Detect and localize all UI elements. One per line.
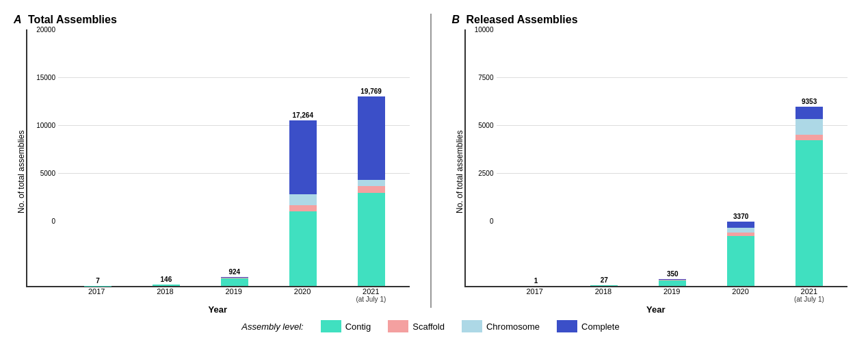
bar-segment-chromosome	[795, 119, 823, 134]
legend-prefix: Assembly level:	[241, 321, 303, 332]
chart-b-x-labels: 20172018201920202021(at July 1)	[464, 287, 848, 303]
chart-b-area: No. of total assemblies 1000075005000250…	[452, 29, 848, 315]
bar-segment-chromosome	[727, 228, 754, 233]
bar-group: 7	[66, 277, 129, 286]
x-label-group: 2019	[640, 287, 703, 303]
bar-total-label: 1	[534, 277, 538, 285]
y-tick: 10000	[466, 26, 497, 34]
y-tick: 5000	[466, 122, 497, 129]
bar-segment-contig	[795, 140, 823, 286]
y-tick: 7500	[466, 74, 497, 81]
legend-item-chromosome: Chromosome	[462, 320, 540, 332]
x-label-year: 2017	[88, 287, 105, 295]
bar-total-label: 7	[96, 277, 100, 285]
bar-segment-complete	[795, 107, 823, 119]
bar-group: 19,769	[340, 88, 403, 286]
chart-b-letter: B	[452, 14, 460, 25]
x-label-group: 2020	[709, 287, 772, 303]
bar-stack	[153, 285, 180, 286]
chart-a-x-labels: 20172018201920202021(at July 1)	[26, 287, 410, 303]
bar-segment-contig	[358, 193, 385, 286]
bar-segment-chromosome	[289, 194, 317, 206]
bars-container: 12735033709353	[498, 29, 848, 286]
x-label-year: 2020	[294, 287, 311, 295]
y-tick: 5000	[27, 170, 58, 177]
bar-stack	[795, 107, 823, 286]
chart-b-inner: 10000750050002500012735033709353 2017201…	[464, 29, 848, 315]
bar-stack	[727, 222, 754, 286]
charts-row: A Total Assemblies No. of total assembli…	[7, 7, 854, 315]
legend-box-complete	[557, 320, 577, 332]
bar-group: 9353	[778, 98, 841, 286]
legend-item-scaffold: Scaffold	[388, 320, 445, 332]
y-tick: 0	[466, 218, 497, 225]
x-label-year: 2020	[732, 287, 748, 295]
legend-item-complete: Complete	[557, 320, 620, 332]
bar-group: 17,264	[272, 111, 334, 286]
chart-a-inner: 20000150001000050000714692417,26419,769 …	[26, 29, 410, 315]
legend-box-chromosome	[462, 320, 482, 332]
legend-label-contig: Contig	[345, 321, 371, 332]
legend-label-scaffold: Scaffold	[412, 321, 445, 332]
y-tick: 2500	[466, 170, 497, 177]
x-label-group: 2017	[503, 287, 566, 303]
x-label-year: 2018	[157, 287, 173, 295]
x-label-group: 2021(at July 1)	[778, 287, 841, 303]
bar-segment-chromosome	[358, 180, 385, 187]
bar-total-label: 27	[601, 276, 608, 284]
bar-segment-scaffold	[358, 186, 385, 193]
chart-a-letter: A	[14, 14, 22, 25]
bar-group: 350	[641, 270, 704, 286]
bar-segment-complete	[289, 120, 317, 194]
bar-segment-contig	[289, 211, 317, 286]
chart-b-x-axis-title: Year	[464, 304, 848, 315]
main-container: A Total Assemblies No. of total assembli…	[0, 0, 868, 342]
chart-b-plot: 10000750050002500012735033709353	[464, 29, 848, 287]
chart-divider	[430, 14, 432, 308]
chart-a-y-label: No. of total assemblies	[14, 29, 26, 315]
legend-label-chromosome: Chromosome	[486, 321, 540, 332]
bar-segment-complete	[358, 96, 385, 179]
x-label-group: 2018	[572, 287, 635, 303]
bar-stack	[358, 96, 385, 286]
bar-total-label: 924	[228, 268, 240, 276]
bar-total-label: 17,264	[292, 111, 313, 119]
bar-group: 146	[135, 276, 198, 286]
chart-a-title-text: Total Assemblies	[28, 14, 117, 25]
bar-group: 1	[505, 277, 568, 286]
bar-group: 3370	[709, 213, 772, 286]
y-tick: 10000	[27, 122, 58, 129]
chart-a-area: No. of total assemblies 2000015000100005…	[14, 29, 410, 315]
bar-segment-contig	[153, 285, 180, 286]
legend: Assembly level: Contig Scaffold Chromoso…	[7, 315, 854, 335]
chart-a-title: A Total Assemblies	[14, 14, 410, 26]
chart-b-title-text: Released Assemblies	[466, 14, 578, 25]
x-label-year: 2018	[595, 287, 611, 295]
x-label-year: 2017	[526, 287, 542, 295]
bar-segment-contig	[659, 280, 686, 286]
bars-container: 714692417,26419,769	[60, 29, 410, 286]
x-label-sub: (at July 1)	[794, 295, 824, 303]
bar-segment-contig	[590, 285, 618, 286]
chart-a-plot: 20000150001000050000714692417,26419,769	[26, 29, 410, 287]
legend-box-scaffold	[388, 320, 408, 332]
x-label-year: 2021	[363, 287, 379, 295]
bar-total-label: 19,769	[360, 88, 382, 95]
chart-panel-b: B Released Assemblies No. of total assem…	[445, 7, 855, 315]
chart-panel-a: A Total Assemblies No. of total assembli…	[7, 7, 417, 315]
legend-item-contig: Contig	[321, 320, 371, 332]
x-label-group: 2019	[202, 287, 265, 303]
x-label-group: 2021(at July 1)	[339, 287, 402, 303]
x-label-group: 2018	[133, 287, 196, 303]
bar-stack	[289, 120, 317, 286]
x-label-sub: (at July 1)	[356, 295, 386, 303]
x-label-year: 2021	[801, 287, 817, 295]
y-tick: 0	[27, 218, 58, 225]
bar-segment-scaffold	[289, 205, 317, 211]
bar-segment-contig	[221, 278, 248, 286]
bar-group: 924	[203, 268, 266, 286]
bar-stack	[590, 285, 618, 286]
y-tick: 15000	[27, 74, 58, 81]
x-label-group: 2020	[271, 287, 334, 303]
bar-total-label: 350	[667, 270, 679, 278]
